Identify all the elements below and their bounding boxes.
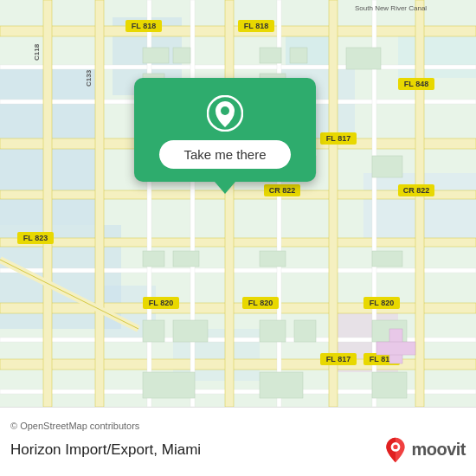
svg-text:FL 820: FL 820 (248, 299, 273, 307)
svg-text:FL 820: FL 820 (370, 299, 394, 307)
svg-text:C118: C118 (33, 43, 41, 61)
svg-text:CR 822: CR 822 (269, 186, 296, 195)
map-background: FL 818 FL 818 FL 817 CR 822 CR 822 FL 82… (0, 0, 476, 407)
svg-rect-26 (415, 0, 424, 407)
svg-rect-60 (143, 48, 169, 63)
svg-point-88 (221, 106, 229, 115)
svg-rect-69 (143, 251, 164, 267)
svg-text:FL 818: FL 818 (244, 22, 268, 30)
moovit-brand-text: moovit (411, 440, 466, 460)
svg-rect-70 (173, 251, 199, 267)
bottom-bar: © OpenStreetMap contributors Horizon Imp… (0, 407, 476, 476)
svg-point-90 (394, 444, 398, 448)
svg-text:South New River Canal: South New River Canal (355, 4, 427, 12)
svg-rect-83 (260, 372, 303, 398)
moovit-logo: moovit (383, 436, 466, 464)
svg-text:FL 817: FL 817 (326, 355, 351, 363)
moovit-pin-icon (383, 436, 408, 464)
svg-rect-14 (0, 238, 476, 247)
svg-text:FL 823: FL 823 (23, 234, 48, 242)
svg-rect-61 (173, 48, 190, 63)
svg-text:FL 817: FL 817 (326, 134, 351, 143)
svg-rect-16 (0, 359, 476, 370)
svg-rect-24 (225, 0, 234, 407)
svg-rect-66 (346, 48, 381, 69)
svg-text:FL 818: FL 818 (132, 22, 156, 30)
svg-rect-79 (294, 320, 316, 342)
svg-text:FL 820: FL 820 (149, 299, 173, 307)
svg-rect-73 (260, 251, 286, 267)
svg-rect-23 (95, 0, 104, 407)
svg-rect-74 (372, 156, 402, 177)
map-container: FL 818 FL 818 FL 817 CR 822 CR 822 FL 82… (0, 0, 476, 407)
svg-rect-85 (376, 342, 415, 355)
svg-rect-78 (260, 320, 286, 342)
take-me-there-button[interactable]: Take me there (159, 140, 290, 169)
svg-rect-22 (43, 0, 52, 407)
svg-text:CR 822: CR 822 (403, 186, 430, 195)
popup-card: Take me there (134, 78, 316, 182)
svg-rect-63 (260, 48, 281, 63)
location-name: Horizon Import/Export, Miami (10, 441, 201, 459)
svg-rect-77 (173, 320, 208, 342)
map-attribution: © OpenStreetMap contributors (10, 421, 466, 431)
svg-rect-25 (329, 0, 338, 407)
svg-text:FL 848: FL 848 (404, 80, 428, 88)
svg-rect-17 (0, 65, 476, 69)
svg-rect-82 (143, 372, 195, 398)
svg-rect-19 (0, 268, 476, 273)
location-pin-icon (207, 95, 243, 132)
svg-rect-28 (190, 0, 195, 407)
svg-rect-76 (143, 320, 164, 342)
svg-text:C133: C133 (85, 69, 93, 87)
svg-rect-64 (290, 48, 307, 63)
svg-rect-15 (0, 303, 476, 313)
svg-rect-81 (372, 372, 407, 398)
svg-rect-75 (372, 251, 402, 267)
